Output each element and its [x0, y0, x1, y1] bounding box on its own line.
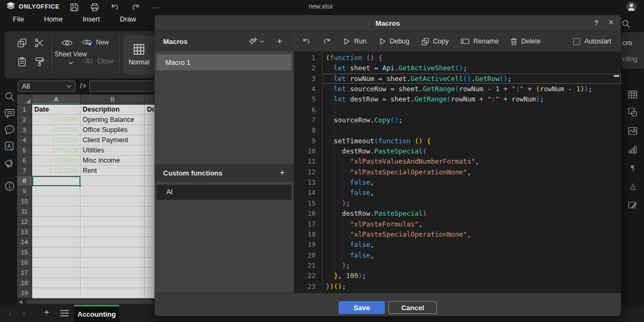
cell-A7[interactable]: 1/12/2026: [32, 166, 80, 176]
cell-C13[interactable]: [145, 227, 155, 237]
cell-A4[interactable]: 1/5/2026: [32, 135, 80, 145]
print-icon[interactable]: [90, 3, 99, 12]
format-painter-icon[interactable]: [34, 57, 44, 67]
horizontal-scrollbar[interactable]: ◀: [17, 298, 155, 305]
more-actions-icon[interactable]: ···: [151, 3, 160, 12]
tab-next-icon[interactable]: ›: [23, 309, 25, 318]
cell-A10[interactable]: [32, 196, 80, 207]
redo-icon[interactable]: [323, 37, 331, 46]
cell-A9[interactable]: [32, 186, 80, 196]
cell-B4[interactable]: Client Payment: [80, 135, 145, 145]
about-icon[interactable]: [4, 181, 15, 192]
code-line-5[interactable]: 5 let destRow = sheet.GetRange(rowNum + …: [294, 94, 621, 104]
add-custom-function-button[interactable]: +: [280, 167, 285, 178]
cell-B11[interactable]: [80, 207, 145, 217]
macro-code-editor[interactable]: 1(function () {2 let sheet = Api.GetActi…: [294, 52, 621, 293]
cell-C14[interactable]: [145, 237, 155, 247]
copy-icon[interactable]: [17, 38, 27, 48]
search-icon[interactable]: [4, 91, 15, 102]
selection-fill-handle[interactable]: [78, 184, 82, 187]
cell-B18[interactable]: [80, 278, 145, 288]
code-line-15[interactable]: 15 );: [294, 198, 621, 208]
dialog-title-bar[interactable]: Macros ? ×: [155, 15, 621, 31]
scroll-left-icon[interactable]: ◀: [19, 299, 22, 304]
row-header-15[interactable]: 15: [17, 247, 32, 258]
normal-view-button[interactable]: Normal: [123, 35, 155, 74]
menu-tab-home[interactable]: Home: [44, 15, 63, 23]
cell-B8[interactable]: [80, 176, 145, 186]
cell-C6[interactable]: [145, 156, 155, 166]
delete-button[interactable]: Delete: [510, 38, 540, 46]
code-line-10[interactable]: 10 destRow.PasteSpecial(: [294, 146, 621, 156]
spellcheck-icon[interactable]: A: [4, 141, 15, 152]
cell-B6[interactable]: Misc income: [80, 156, 145, 166]
cell-C11[interactable]: [145, 207, 155, 217]
code-line-13[interactable]: 13 false,: [294, 177, 621, 187]
row-header-5[interactable]: 5: [17, 145, 32, 156]
macro-list-item-selected[interactable]: Macro 1: [157, 54, 291, 70]
code-line-12[interactable]: 12 "xlPasteSpecialOperationNone",: [294, 167, 621, 177]
fx-icon[interactable]: ƒx: [79, 81, 86, 90]
cell-A3[interactable]: 1/3/2026: [32, 125, 80, 135]
row-header-17[interactable]: 17: [17, 268, 32, 278]
code-line-17[interactable]: 17 "xlPasteFormulas",: [294, 219, 621, 229]
cell-B5[interactable]: Utilities: [80, 145, 145, 156]
cell-B1[interactable]: Description: [80, 105, 145, 115]
code-line-3[interactable]: 3 let rowNum = sheet.GetActiveCell().Get…: [294, 74, 621, 84]
row-header-19[interactable]: 19: [17, 288, 32, 298]
cell-B16[interactable]: [80, 258, 145, 268]
code-line-11[interactable]: 11 "xlPasteValuesAndNumberFormats",: [294, 156, 621, 166]
cell-B3[interactable]: Office Supplies: [80, 125, 145, 135]
cell-C9[interactable]: [145, 186, 155, 196]
cell-name-box[interactable]: A8: [18, 80, 76, 92]
cell-C15[interactable]: [145, 247, 155, 258]
code-line-8[interactable]: 8: [294, 125, 621, 135]
code-line-2[interactable]: 2 let sheet = Api.GetActiveSheet();: [294, 63, 621, 73]
dialog-close-button[interactable]: ×: [609, 18, 613, 27]
row-header-18[interactable]: 18: [17, 278, 32, 288]
custom-function-item-ai[interactable]: AI: [157, 185, 291, 200]
formula-input[interactable]: [89, 80, 154, 92]
signature-settings-icon[interactable]: [628, 200, 638, 210]
scrollbar-thumb[interactable]: [26, 299, 152, 304]
sheet-view-close-button[interactable]: Close: [83, 57, 114, 65]
code-line-21[interactable]: 21 );: [294, 260, 621, 270]
sheet-list-icon[interactable]: [60, 310, 69, 317]
cell-A15[interactable]: [32, 247, 80, 258]
cell-C4[interactable]: [145, 135, 155, 145]
image-settings-icon[interactable]: [628, 126, 638, 136]
cut-icon[interactable]: [34, 38, 44, 48]
table-settings-icon[interactable]: [628, 90, 638, 99]
dialog-help-button[interactable]: ?: [594, 19, 598, 27]
cell-B7[interactable]: Rent: [80, 166, 145, 176]
chevron-down-icon[interactable]: [260, 40, 264, 43]
cell-C7[interactable]: [145, 166, 155, 176]
paste-icon[interactable]: [17, 57, 27, 67]
cell-A12[interactable]: [32, 217, 80, 227]
code-line-6[interactable]: 6: [294, 105, 621, 115]
user-avatar[interactable]: [626, 2, 636, 12]
cell-A1[interactable]: Date: [32, 105, 80, 115]
comments-icon[interactable]: [4, 108, 15, 119]
debug-button[interactable]: Debug: [378, 38, 409, 45]
code-line-22[interactable]: 22 }, 100);: [294, 270, 621, 281]
cell-A2[interactable]: 1/1/2026: [32, 115, 80, 125]
chart-settings-icon[interactable]: [628, 145, 638, 155]
row-header-9[interactable]: 9: [17, 186, 32, 196]
cell-B13[interactable]: [80, 227, 145, 237]
cell-B17[interactable]: [80, 268, 145, 278]
code-line-7[interactable]: 7 sourceRow.Copy();: [294, 115, 621, 125]
column-header-b[interactable]: B: [80, 94, 145, 105]
cell-C17[interactable]: [145, 268, 155, 278]
cell-A6[interactable]: 1/10/2026: [32, 156, 80, 166]
cell-A13[interactable]: [32, 227, 80, 237]
code-line-23[interactable]: 23})();: [294, 281, 621, 291]
row-header-10[interactable]: 10: [17, 196, 32, 207]
row-header-8[interactable]: 8: [17, 176, 32, 186]
sheet-tab-accounting[interactable]: Accounting: [74, 305, 119, 322]
cell-C3[interactable]: [145, 125, 155, 135]
editor-scrollbar-thumb[interactable]: [614, 75, 619, 77]
paragraph-settings-icon[interactable]: ¶: [628, 163, 638, 173]
cell-C12[interactable]: [145, 217, 155, 227]
ai-generate-button[interactable]: [248, 37, 264, 46]
